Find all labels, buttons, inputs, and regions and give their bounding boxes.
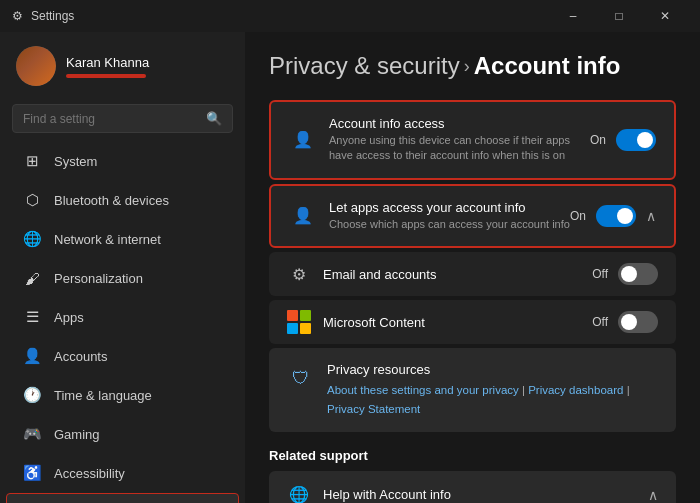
nav-label-bluetooth: Bluetooth & devices xyxy=(54,193,169,208)
resources-content: Privacy resources About these settings a… xyxy=(327,362,630,418)
nav-icon-time: 🕐 xyxy=(22,385,42,405)
search-box[interactable]: 🔍 xyxy=(12,104,233,133)
sidebar-item-gaming[interactable]: 🎮 Gaming xyxy=(6,415,239,453)
nav-icon-system: ⊞ xyxy=(22,151,42,171)
ms-icon xyxy=(287,310,311,334)
setting-card-let-apps-access[interactable]: 👤 Let apps access your account info Choo… xyxy=(269,184,676,248)
nav-label-network: Network & internet xyxy=(54,232,161,247)
privacy-statement-link[interactable]: Privacy Statement xyxy=(327,403,420,415)
sidebar-item-personalization[interactable]: 🖌 Personalization xyxy=(6,259,239,297)
nav-icon-gaming: 🎮 xyxy=(22,424,42,444)
page-title: Account info xyxy=(474,52,621,80)
maximize-button[interactable]: □ xyxy=(596,0,642,32)
setting-desc: Choose which apps can access your accoun… xyxy=(329,217,570,232)
titlebar-title: Settings xyxy=(31,9,74,23)
setting-status: On xyxy=(570,209,586,223)
about-settings-link[interactable]: About these settings and your privacy xyxy=(327,384,519,396)
setting-info: Account info access Anyone using this de… xyxy=(329,116,590,164)
sub-item-title: Email and accounts xyxy=(323,267,436,282)
nav-label-accounts: Accounts xyxy=(54,349,107,364)
sub-item-status: Off xyxy=(592,315,608,329)
user-info: Karan Khanna xyxy=(66,55,149,78)
setting-title: Account info access xyxy=(329,116,590,131)
nav-label-system: System xyxy=(54,154,97,169)
sub-item-left: Microsoft Content xyxy=(287,310,425,334)
setting-card-inner: 👤 Let apps access your account info Choo… xyxy=(289,200,570,232)
titlebar-left: ⚙ Settings xyxy=(12,9,74,23)
setting-title: Let apps access your account info xyxy=(329,200,570,215)
link-sep-2: | xyxy=(627,384,630,396)
sidebar-item-time[interactable]: 🕐 Time & language xyxy=(6,376,239,414)
help-chevron-icon: ∧ xyxy=(648,487,658,503)
main-layout: Karan Khanna 🔍 ⊞ System ⬡ Bluetooth & de… xyxy=(0,32,700,503)
privacy-dashboard-link[interactable]: Privacy dashboard xyxy=(528,384,623,396)
sub-item-email-accounts[interactable]: ⚙ Email and accounts Off xyxy=(269,252,676,296)
setting-desc: Anyone using this device can choose if t… xyxy=(329,133,590,164)
nav-label-time: Time & language xyxy=(54,388,152,403)
sub-item-title: Microsoft Content xyxy=(323,315,425,330)
sidebar-item-accessibility[interactable]: ♿ Accessibility xyxy=(6,454,239,492)
person-icon: 👤 xyxy=(289,126,317,154)
search-input[interactable] xyxy=(23,112,198,126)
titlebar: ⚙ Settings – □ ✕ xyxy=(0,0,700,32)
privacy-resources: 🛡 Privacy resources About these settings… xyxy=(269,348,676,432)
sub-item-right: Off xyxy=(592,263,658,285)
nav-label-apps: Apps xyxy=(54,310,84,325)
setting-card-account-info-access[interactable]: 👤 Account info access Anyone using this … xyxy=(269,100,676,180)
toggle-account-info-access[interactable] xyxy=(616,129,656,151)
sidebar: Karan Khanna 🔍 ⊞ System ⬡ Bluetooth & de… xyxy=(0,32,245,503)
nav-icon-accounts: 👤 xyxy=(22,346,42,366)
sub-item-microsoft-content[interactable]: Microsoft Content Off xyxy=(269,300,676,344)
settings-icon: ⚙ xyxy=(12,9,23,23)
person-icon: 👤 xyxy=(289,202,317,230)
shield-icon: 🛡 xyxy=(287,364,315,392)
sub-item-status: Off xyxy=(592,267,608,281)
sidebar-item-accounts[interactable]: 👤 Accounts xyxy=(6,337,239,375)
setting-right: On ∧ xyxy=(570,205,656,227)
close-button[interactable]: ✕ xyxy=(642,0,688,32)
chevron-icon[interactable]: ∧ xyxy=(646,208,656,224)
titlebar-controls: – □ ✕ xyxy=(550,0,688,32)
nav-icon-network: 🌐 xyxy=(22,229,42,249)
sub-item-left: ⚙ Email and accounts xyxy=(287,262,436,286)
breadcrumb-arrow: › xyxy=(464,56,470,77)
user-name: Karan Khanna xyxy=(66,55,149,70)
help-item-left: 🌐 Help with Account info xyxy=(287,483,451,503)
sidebar-item-system[interactable]: ⊞ System xyxy=(6,142,239,180)
user-bar xyxy=(66,74,146,78)
sidebar-item-apps[interactable]: ☰ Apps xyxy=(6,298,239,336)
sub-item-toggle-email-accounts[interactable] xyxy=(618,263,658,285)
nav-label-personalization: Personalization xyxy=(54,271,143,286)
user-profile[interactable]: Karan Khanna xyxy=(0,32,245,100)
avatar xyxy=(16,46,56,86)
help-item[interactable]: 🌐 Help with Account info ∧ xyxy=(269,471,676,503)
nav-icon-accessibility: ♿ xyxy=(22,463,42,483)
nav-icon-bluetooth: ⬡ xyxy=(22,190,42,210)
toggle-let-apps-access[interactable] xyxy=(596,205,636,227)
gear-icon: ⚙ xyxy=(287,262,311,286)
page-heading: Privacy & security › Account info xyxy=(269,52,676,80)
help-title: Help with Account info xyxy=(323,487,451,502)
setting-info: Let apps access your account info Choose… xyxy=(329,200,570,232)
sidebar-item-network[interactable]: 🌐 Network & internet xyxy=(6,220,239,258)
resources-links: About these settings and your privacy | … xyxy=(327,381,630,418)
nav-label-accessibility: Accessibility xyxy=(54,466,125,481)
sidebar-item-bluetooth[interactable]: ⬡ Bluetooth & devices xyxy=(6,181,239,219)
sidebar-item-privacy[interactable]: 🔒 Privacy & security xyxy=(6,493,239,503)
minimize-button[interactable]: – xyxy=(550,0,596,32)
globe-icon: 🌐 xyxy=(287,483,311,503)
resources-title: Privacy resources xyxy=(327,362,630,377)
nav-label-gaming: Gaming xyxy=(54,427,100,442)
setting-right: On xyxy=(590,129,656,151)
sub-item-toggle-microsoft-content[interactable] xyxy=(618,311,658,333)
setting-card-inner: 👤 Account info access Anyone using this … xyxy=(289,116,590,164)
search-icon: 🔍 xyxy=(206,111,222,126)
related-support-heading: Related support xyxy=(269,448,676,463)
sub-item-right: Off xyxy=(592,311,658,333)
nav-icon-personalization: 🖌 xyxy=(22,268,42,288)
content-area: Privacy & security › Account info 👤 Acco… xyxy=(245,32,700,503)
settings-list: 👤 Account info access Anyone using this … xyxy=(269,100,676,248)
nav-icon-apps: ☰ xyxy=(22,307,42,327)
setting-status: On xyxy=(590,133,606,147)
nav-list: ⊞ System ⬡ Bluetooth & devices 🌐 Network… xyxy=(0,141,245,503)
